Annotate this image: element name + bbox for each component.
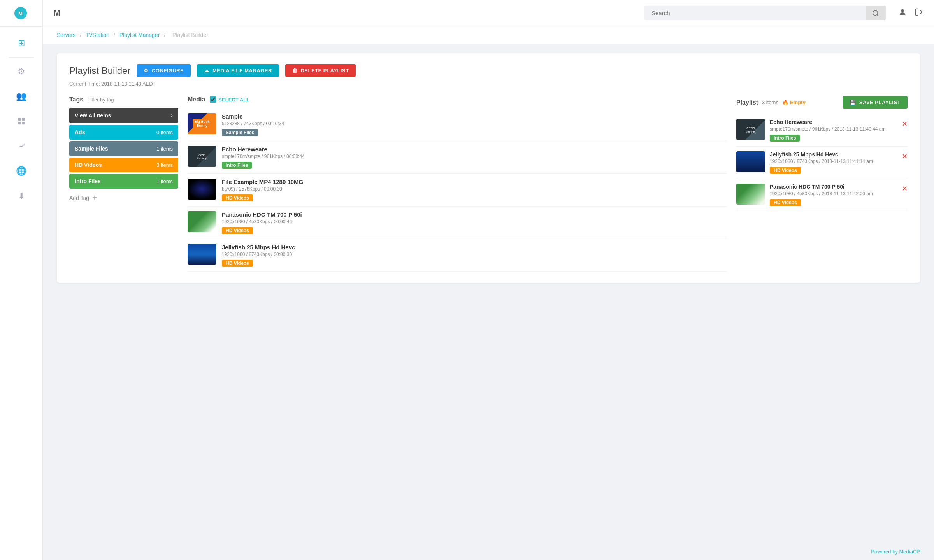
delete-playlist-label: DELETE PLAYLIST	[300, 68, 349, 74]
breadcrumb-tvstation[interactable]: TVStation	[86, 32, 109, 38]
media-item[interactable]: Panasonic HDC TM 700 P 50i 1920x1080 / 4…	[188, 206, 727, 239]
content-area: Playlist Builder ⚙ CONFIGURE ☁ MEDIA FIL…	[43, 44, 934, 543]
tag-ads-count: 0 items	[156, 130, 173, 135]
breadcrumb-playlist-manager[interactable]: Playlist Manager	[119, 32, 160, 38]
sidebar-item-download[interactable]: ⬇	[12, 187, 31, 205]
sidebar-item-dashboard[interactable]: ⊞	[12, 34, 31, 52]
add-tag-row[interactable]: Add Tag +	[69, 193, 178, 202]
user-initial: M	[54, 9, 60, 18]
media-header: Media SELECT ALL	[188, 96, 727, 103]
media-title: Media	[188, 96, 205, 103]
configure-button[interactable]: ⚙ CONFIGURE	[137, 64, 191, 77]
empty-label: Empty	[790, 100, 806, 105]
tag-arrow-icon: ›	[171, 112, 173, 119]
media-info-sample: Sample 512x288 / 743Kbps / 00:10:34 Samp…	[222, 113, 284, 136]
tag-hd-videos-count: 3 items	[156, 162, 173, 168]
delete-playlist-button[interactable]: 🗑 DELETE PLAYLIST	[285, 64, 356, 77]
breadcrumb: Servers / TVStation / Playlist Manager /…	[43, 26, 934, 44]
remove-jellyfish-button[interactable]: ✕	[902, 151, 908, 161]
user-profile-button[interactable]	[898, 8, 907, 19]
remove-echo-button[interactable]: ✕	[902, 119, 908, 128]
logo: M	[0, 0, 42, 27]
logout-button[interactable]	[915, 8, 923, 19]
tag-ads-label: Ads	[75, 129, 85, 135]
trash-icon: 🗑	[292, 68, 298, 74]
media-thumb-echo: echo the way	[188, 146, 216, 167]
playlist-meta-echo: smpte170m/smpte / 961Kbps / 2018-11-13 1…	[770, 126, 897, 132]
save-playlist-label: SAVE PLAYLIST	[859, 100, 901, 105]
media-section: Media SELECT ALL Big BuckBunny	[188, 96, 727, 272]
search-button[interactable]	[866, 6, 886, 20]
breadcrumb-sep-1: /	[80, 32, 81, 38]
media-tag-jellyfish: HD Videos	[222, 260, 253, 267]
breadcrumb-sep-2: /	[114, 32, 115, 38]
tag-sample-files-count: 1 items	[156, 146, 173, 152]
configure-icon: ⚙	[144, 68, 149, 74]
main-area: M Servers / TVStation / Playlist Manager…	[43, 0, 934, 560]
svg-rect-1	[22, 118, 24, 121]
select-all-text: SELECT ALL	[218, 97, 249, 103]
filter-label: Filter by tag	[88, 97, 114, 103]
tag-sample-files[interactable]: Sample Files 1 items	[69, 141, 178, 156]
media-file-manager-button[interactable]: ☁ MEDIA FILE MANAGER	[197, 64, 279, 77]
topbar: M	[43, 0, 934, 26]
tag-hd-videos[interactable]: HD Videos 3 items	[69, 158, 178, 172]
media-item[interactable]: echo the way Echo Hereweare smpte170m/sm…	[188, 141, 727, 174]
configure-label: CONFIGURE	[152, 68, 184, 74]
tags-title: Tags Filter by tag	[69, 96, 178, 103]
footer: Powered by MediaCP	[43, 543, 934, 560]
tag-sample-files-label: Sample Files	[75, 145, 108, 152]
media-item[interactable]: Jellyfish 25 Mbps Hd Hevc 1920x1080 / 87…	[188, 239, 727, 272]
media-meta-jellyfish: 1920x1080 / 8743Kbps / 00:00:30	[222, 252, 295, 257]
remove-panasonic-button[interactable]: ✕	[902, 184, 908, 193]
breadcrumb-servers[interactable]: Servers	[57, 32, 75, 38]
playlist-meta-panasonic: 1920x1080 / 4580Kbps / 2018-11-13 11:42:…	[770, 191, 897, 196]
save-playlist-button[interactable]: 💾 SAVE PLAYLIST	[843, 96, 908, 109]
tag-intro-files-count: 1 items	[156, 178, 173, 184]
media-thumb-file-example	[188, 178, 216, 200]
select-all-checkbox[interactable]	[210, 96, 216, 103]
playlist-section: Playlist 3 items 🔥 Empty 💾 SAVE PLAYLIST	[736, 96, 908, 211]
search-input[interactable]	[644, 6, 886, 20]
topbar-actions	[898, 8, 923, 19]
empty-button[interactable]: 🔥 Empty	[782, 100, 806, 105]
footer-text: Powered by MediaCP	[871, 549, 920, 555]
media-item[interactable]: File Example MP4 1280 10MG bt709) / 2578…	[188, 174, 727, 206]
media-item[interactable]: Big BuckBunny Sample 512x288 / 743Kbps /…	[188, 108, 727, 141]
playlist-name-jellyfish: Jellyfish 25 Mbps Hd Hevc	[770, 151, 897, 158]
media-meta-file-example: bt709) / 2578Kbps / 00:00:30	[222, 186, 303, 192]
cloud-icon: ☁	[204, 68, 209, 74]
sidebar-item-analytics[interactable]	[12, 137, 31, 156]
add-tag-plus-icon: +	[92, 193, 97, 202]
tag-ads[interactable]: Ads 0 items	[69, 125, 178, 140]
sidebar-item-settings[interactable]: ⚙	[12, 62, 31, 81]
playlist-info-echo: Echo Hereweare smpte170m/smpte / 961Kbps…	[770, 119, 897, 142]
svg-point-6	[901, 9, 904, 12]
svg-rect-0	[18, 118, 20, 121]
media-meta-panasonic: 1920x1080 / 4580Kbps / 00:00:46	[222, 219, 302, 224]
media-info-jellyfish: Jellyfish 25 Mbps Hd Hevc 1920x1080 / 87…	[222, 244, 295, 267]
tag-view-all-label: View All Items	[75, 112, 111, 119]
playlist-header: Playlist 3 items 🔥 Empty 💾 SAVE PLAYLIST	[736, 96, 908, 109]
breadcrumb-sep-3: /	[164, 32, 165, 38]
current-time: Current Time: 2018-11-13 11:43 AEDT	[69, 81, 908, 87]
playlist-thumb-echo: echothe way	[736, 119, 765, 140]
tag-intro-files[interactable]: Intro Files 1 items	[69, 174, 178, 189]
media-name-file-example: File Example MP4 1280 10MG	[222, 178, 303, 185]
sidebar-item-network[interactable]	[12, 112, 31, 131]
tags-section: Tags Filter by tag View All Items › Ads …	[69, 96, 178, 202]
tag-view-all[interactable]: View All Items ›	[69, 108, 178, 123]
svg-line-5	[877, 14, 878, 16]
media-thumb-panasonic	[188, 211, 216, 232]
media-meta-echo: smpte170m/smpte / 961Kbps / 00:00:44	[222, 154, 305, 159]
svg-rect-2	[18, 122, 20, 124]
playlist-thumb-panasonic	[736, 184, 765, 205]
tag-hd-videos-label: HD Videos	[75, 162, 102, 168]
sidebar-item-users[interactable]: 👥	[12, 87, 31, 106]
sidebar-item-globe[interactable]: 🌐	[12, 162, 31, 180]
save-icon: 💾	[850, 100, 856, 105]
select-all-label[interactable]: SELECT ALL	[210, 96, 249, 103]
page-header: Playlist Builder ⚙ CONFIGURE ☁ MEDIA FIL…	[69, 64, 908, 77]
playlist-tag-panasonic: HD Videos	[770, 199, 801, 206]
media-tag-echo: Intro Files	[222, 162, 252, 169]
